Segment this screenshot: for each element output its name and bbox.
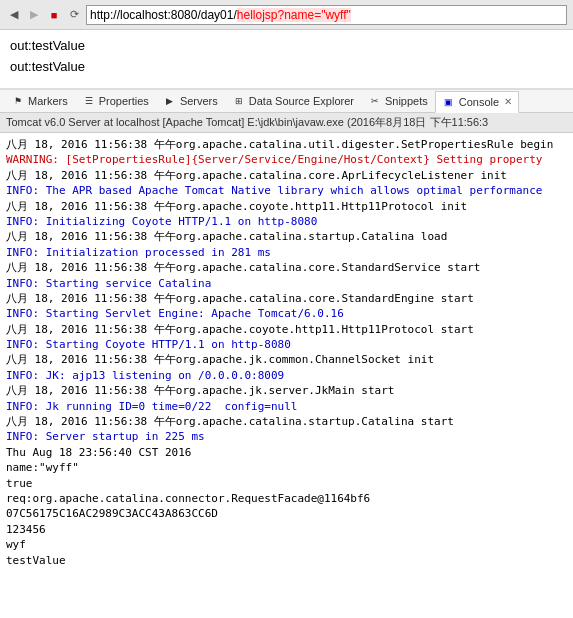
console-line: true [6, 476, 567, 491]
console-line: 八月 18, 2016 11:56:38 午午org.apache.catali… [6, 229, 567, 244]
console-header: Tomcat v6.0 Server at localhost [Apache … [0, 113, 573, 133]
console-line: INFO: Starting service Catalina [6, 276, 567, 291]
console-line: 八月 18, 2016 11:56:38 午午org.apache.catali… [6, 414, 567, 429]
tab-properties[interactable]: ☰ Properties [75, 90, 156, 112]
console-line: INFO: Jk running ID=0 time=0/22 config=n… [6, 399, 567, 414]
browser-toolbar: ◀ ▶ ■ ⟳ http://localhost:8080/day01/hell… [0, 0, 573, 30]
console-line: 07C56175C16AC2989C3ACC43A863CC6D [6, 506, 567, 521]
console-line: Thu Aug 18 23:56:40 CST 2016 [6, 445, 567, 460]
tab-markers-label: Markers [28, 95, 68, 107]
address-bar[interactable]: http://localhost:8080/day01/hellojsp?nam… [86, 5, 567, 25]
tab-datasource-label: Data Source Explorer [249, 95, 354, 107]
console-line: 八月 18, 2016 11:56:38 午午org.apache.coyote… [6, 199, 567, 214]
console-line: 八月 18, 2016 11:56:38 午午org.apache.catali… [6, 260, 567, 275]
tab-servers[interactable]: ▶ Servers [156, 90, 225, 112]
console-line: INFO: Initialization processed in 281 ms [6, 245, 567, 260]
tab-servers-label: Servers [180, 95, 218, 107]
console-icon: ▣ [442, 95, 456, 109]
address-normal-part: http://localhost:8080/day01/ [90, 8, 237, 22]
snippets-icon: ✂ [368, 94, 382, 108]
console-line: 八月 18, 2016 11:56:38 午午org.apache.catali… [6, 168, 567, 183]
console-line: INFO: Initializing Coyote HTTP/1.1 on ht… [6, 214, 567, 229]
tab-markers[interactable]: ⚑ Markers [4, 90, 75, 112]
console-line: testValue [6, 553, 567, 568]
address-highlight-part: hellojsp?name="wyff" [237, 8, 351, 22]
console-close-icon[interactable]: ✕ [504, 96, 512, 107]
address-bar-wrapper: http://localhost:8080/day01/hellojsp?nam… [86, 5, 567, 25]
tab-console[interactable]: ▣ Console ✕ [435, 91, 519, 113]
console-line: 八月 18, 2016 11:56:38 午午org.apache.catali… [6, 137, 567, 152]
console-line: WARNING: [SetPropertiesRule]{Server/Serv… [6, 152, 567, 167]
forward-button[interactable]: ▶ [26, 7, 42, 23]
tab-properties-label: Properties [99, 95, 149, 107]
back-button[interactable]: ◀ [6, 7, 22, 23]
console-line: 八月 18, 2016 11:56:38 午午org.apache.jk.com… [6, 352, 567, 367]
browser-content: out:testValue out:testValue [0, 30, 573, 89]
content-line-2: out:testValue [10, 59, 563, 74]
stop-button[interactable]: ■ [46, 7, 62, 23]
console-line: INFO: JK: ajp13 listening on /0.0.0.0:80… [6, 368, 567, 383]
tab-snippets[interactable]: ✂ Snippets [361, 90, 435, 112]
console-line: INFO: The APR based Apache Tomcat Native… [6, 183, 567, 198]
properties-icon: ☰ [82, 94, 96, 108]
console-line: INFO: Starting Servlet Engine: Apache To… [6, 306, 567, 321]
servers-icon: ▶ [163, 94, 177, 108]
console-line: wyf [6, 537, 567, 552]
console-line: 八月 18, 2016 11:56:38 午午org.apache.catali… [6, 291, 567, 306]
console-line: INFO: Starting Coyote HTTP/1.1 on http-8… [6, 337, 567, 352]
tabs-bar: ⚑ Markers ☰ Properties ▶ Servers ⊞ Data … [0, 89, 573, 113]
console-line: req:org.apache.catalina.connector.Reques… [6, 491, 567, 506]
console-header-text: Tomcat v6.0 Server at localhost [Apache … [6, 116, 488, 128]
console-line: INFO: Server startup in 225 ms [6, 429, 567, 444]
console-panel[interactable]: 八月 18, 2016 11:56:38 午午org.apache.catali… [0, 133, 573, 618]
content-line-1: out:testValue [10, 38, 563, 53]
console-line: 123456 [6, 522, 567, 537]
console-line: name:"wyff" [6, 460, 567, 475]
tab-console-label: Console [459, 96, 499, 108]
markers-icon: ⚑ [11, 94, 25, 108]
refresh-button[interactable]: ⟳ [66, 7, 82, 23]
console-line: 八月 18, 2016 11:56:38 午午org.apache.jk.ser… [6, 383, 567, 398]
console-line: 八月 18, 2016 11:56:38 午午org.apache.coyote… [6, 322, 567, 337]
tab-datasource[interactable]: ⊞ Data Source Explorer [225, 90, 361, 112]
tab-snippets-label: Snippets [385, 95, 428, 107]
datasource-icon: ⊞ [232, 94, 246, 108]
